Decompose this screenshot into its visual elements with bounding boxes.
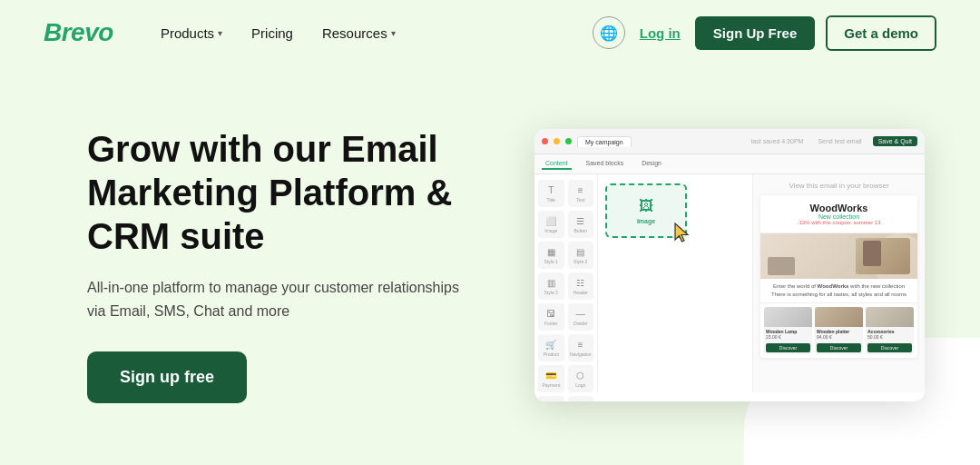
mockup-sidebar: T Title ≡ Text ⬜ Image ☰ Button: [534, 174, 598, 392]
sidebar-block-label: Image: [544, 228, 557, 233]
product-icon: 🛒: [545, 340, 556, 350]
globe-icon: 🌐: [600, 25, 618, 42]
style-icon: ▤: [576, 247, 584, 257]
sidebar-block-spacer[interactable]: ⊞ Spacer: [538, 396, 564, 401]
sidebar-block-label: Footer: [544, 321, 557, 326]
sidebar-block-footer[interactable]: 🖫 Footer: [538, 303, 564, 331]
product-item-1: Wooden Lamp 23.00 € Discover: [764, 307, 812, 354]
sidebar-block-label: Style 1: [544, 259, 558, 264]
style-icon: ▥: [547, 278, 555, 288]
style-icon: ▦: [547, 247, 555, 257]
product-price: 23.00 €: [764, 334, 812, 341]
sidebar-block-label: Logo: [575, 382, 585, 388]
mockup-tab: My campaign: [577, 136, 632, 147]
hero-cta-button[interactable]: Sign up free: [87, 351, 247, 403]
save-quit-button[interactable]: Save & Quit: [873, 136, 917, 146]
sidebar-block-logo[interactable]: ⬡ Logo: [568, 365, 594, 392]
header-icon: ☷: [576, 278, 584, 288]
sidebar-block-label: Text: [576, 197, 584, 203]
sidebar-block-label: Payment: [542, 382, 560, 388]
spacer-icon: ⊞: [547, 401, 554, 402]
product-item-3: Accessories 50.00 € Discover: [866, 307, 914, 354]
sidebar-block-navigation[interactable]: ≡ Navigation: [568, 334, 594, 361]
nav-item-products[interactable]: Products ▾: [150, 18, 233, 48]
text-icon: T: [548, 185, 554, 195]
sidebar-block-video[interactable]: ▶ Video: [568, 396, 594, 401]
hero-text: Grow with our Email Marketing Platform &…: [87, 127, 468, 403]
sidebar-block-label: Title: [547, 197, 555, 203]
discover-button[interactable]: Discover: [867, 343, 912, 352]
brand-collection: New collection: [768, 213, 910, 220]
discover-button[interactable]: Discover: [817, 343, 861, 352]
cursor-icon: [672, 222, 692, 250]
language-selector-button[interactable]: 🌐: [593, 16, 625, 49]
mockup-tab-saved-blocks[interactable]: Saved blocks: [583, 158, 628, 170]
product-price: 94.00 €: [815, 334, 863, 341]
brand-coupon: -13% with this coupon: summer 13: [768, 220, 910, 225]
sidebar-block-style3[interactable]: ▥ Style 3: [538, 272, 564, 300]
sidebar-block-title[interactable]: T Title: [538, 180, 564, 207]
hero-title: Grow with our Email Marketing Platform &…: [87, 127, 468, 258]
sidebar-block-style1[interactable]: ▦ Style 1: [538, 242, 564, 269]
sidebar-block-text[interactable]: ≡ Text: [568, 180, 594, 207]
mockup-title-bar: My campaign last saved 4:30PM Send test …: [577, 136, 917, 147]
preview-products-grid: Wooden Lamp 23.00 € Discover Wooden plat…: [760, 303, 917, 358]
nav-item-resources[interactable]: Resources ▾: [311, 18, 407, 48]
sidebar-block-label: Header: [573, 290, 588, 295]
brand-name: WoodWorks: [768, 203, 910, 213]
payment-icon: 💳: [545, 371, 556, 381]
chevron-down-icon: ▾: [218, 28, 222, 38]
mockup-tab-content[interactable]: Content: [542, 158, 572, 170]
mockup-tab-design[interactable]: Design: [638, 158, 665, 170]
email-preview-card: WoodWorks New collection -13% with this …: [760, 195, 917, 358]
product-name: Wooden Lamp: [764, 327, 812, 334]
logo-icon: ⬡: [576, 371, 584, 381]
mockup-topbar: My campaign last saved 4:30PM Send test …: [534, 129, 925, 154]
sidebar-block-label: Button: [574, 228, 587, 233]
preview-banner-image: [760, 233, 917, 279]
product-name: Accessories: [866, 327, 914, 334]
sidebar-block-style2[interactable]: ▤ Style 2: [568, 242, 594, 269]
nav-links: Products ▾ Pricing Resources ▾: [150, 18, 593, 48]
mockup-canvas: 🖼 Image View this email in your browser: [598, 174, 925, 392]
sidebar-block-label: Navigation: [570, 351, 592, 357]
sidebar-block-button[interactable]: ☰ Button: [568, 211, 594, 238]
button-icon: ☰: [576, 216, 584, 226]
video-icon: ▶: [577, 401, 584, 402]
preview-desc-text: Enter the world of WoodWorks with the ne…: [760, 279, 917, 303]
chevron-down-icon: ▾: [391, 28, 396, 38]
sidebar-block-image[interactable]: ⬜ Image: [538, 211, 564, 238]
login-button[interactable]: Log in: [636, 18, 684, 48]
nav-item-pricing[interactable]: Pricing: [240, 18, 304, 48]
sidebar-block-label: Style 2: [573, 259, 587, 264]
product-price: 50.00 €: [866, 334, 914, 341]
sidebar-block-label: Divider: [573, 321, 588, 326]
image-icon: ⬜: [545, 216, 556, 226]
footer-icon: 🖫: [546, 309, 555, 319]
mockup-tabs: Content Saved blocks Design: [534, 154, 925, 174]
hero-subtitle: All-in-one platform to manage your custo…: [87, 276, 468, 322]
preview-brand-section: WoodWorks New collection -13% with this …: [760, 195, 917, 233]
image-placeholder-icon: 🖼: [639, 198, 653, 214]
sidebar-block-payment[interactable]: 💳 Payment: [538, 365, 564, 392]
window-maximize-dot: [565, 138, 572, 144]
sidebar-block-header[interactable]: ☷ Header: [568, 272, 594, 300]
signup-button[interactable]: Sign Up Free: [695, 16, 816, 50]
send-test-label[interactable]: Send test email: [818, 138, 861, 144]
sidebar-block-divider[interactable]: — Divider: [568, 303, 594, 331]
product-item-2: Wooden platter 94.00 € Discover: [815, 307, 863, 354]
nav-right: 🌐 Log in Sign Up Free Get a demo: [593, 15, 936, 51]
window-close-dot: [542, 138, 548, 144]
sidebar-block-label: Product: [544, 351, 559, 357]
brand-logo[interactable]: Brevo: [44, 18, 113, 47]
text-lines-icon: ≡: [578, 185, 583, 195]
discover-button[interactable]: Discover: [766, 343, 810, 352]
image-drop-label: Image: [637, 218, 655, 224]
mockup-body: T Title ≡ Text ⬜ Image ☰ Button: [534, 174, 925, 392]
preview-header-text: View this email in your browser: [760, 182, 917, 190]
mockup-save-status: last saved 4:30PM: [751, 138, 804, 144]
sidebar-block-product[interactable]: 🛒 Product: [538, 334, 564, 361]
demo-button[interactable]: Get a demo: [826, 15, 936, 51]
sidebar-block-label: Style 3: [544, 290, 558, 295]
app-mockup: My campaign last saved 4:30PM Send test …: [534, 129, 925, 401]
